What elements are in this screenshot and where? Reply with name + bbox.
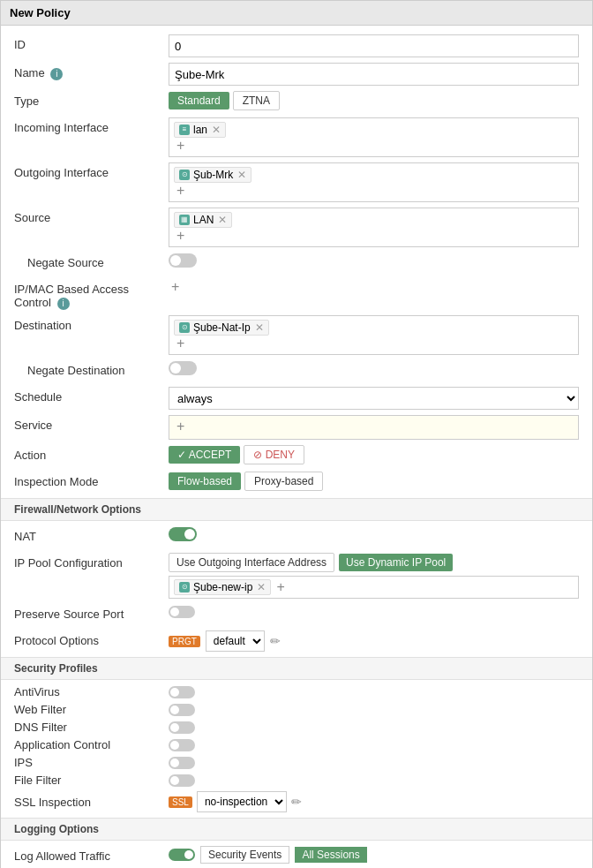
incoming-tag: ≡ lan ✕	[174, 122, 226, 138]
id-label: ID	[14, 34, 169, 51]
outgoing-add-btn[interactable]: +	[174, 183, 187, 199]
type-standard-btn[interactable]: Standard	[169, 92, 229, 109]
ssl-label: SSL Inspection	[14, 796, 169, 809]
type-ztna-btn[interactable]: ZTNA	[233, 91, 280, 110]
incoming-label: Incoming Interface	[14, 117, 169, 134]
outgoing-net-icon: ⊙	[179, 170, 190, 180]
pool-tag: ⊙ Şube-new-ip ✕	[174, 579, 271, 595]
outgoing-tag: ⊙ Şub-Mrk ✕	[174, 167, 251, 183]
ipmac-info-icon[interactable]: i	[57, 298, 70, 310]
appcontrol-row: Application Control	[14, 738, 579, 751]
incoming-net-icon: ≡	[179, 125, 190, 135]
pool-remove-icon[interactable]: ✕	[257, 581, 266, 593]
security-section-header: Security Profiles	[1, 657, 592, 680]
id-input[interactable]	[169, 34, 579, 57]
destination-tag-container: ⊙ Şube-Nat-Ip ✕ +	[169, 315, 579, 355]
destination-tag: ⊙ Şube-Nat-Ip ✕	[174, 320, 269, 336]
incoming-add-btn[interactable]: +	[174, 138, 187, 154]
destination-add-btn[interactable]: +	[174, 336, 187, 351]
preserve-port-label: Preserve Source Port	[14, 604, 169, 621]
destination-label: Destination	[14, 315, 169, 332]
ips-row: IPS	[14, 756, 579, 769]
protocol-edit-icon[interactable]: ✏	[270, 634, 281, 648]
pool-add-btn[interactable]: +	[274, 579, 287, 595]
nat-label: NAT	[14, 526, 169, 543]
source-add-btn[interactable]: +	[174, 228, 187, 244]
action-label: Action	[14, 445, 169, 462]
protocol-select[interactable]: default	[206, 630, 265, 652]
source-remove-icon[interactable]: ✕	[218, 214, 227, 226]
appcontrol-toggle[interactable]	[169, 739, 195, 751]
filefilter-row: File Filter	[14, 774, 579, 787]
protocol-badge: PRGT	[169, 636, 200, 647]
type-btn-group: Standard ZTNA	[169, 91, 579, 110]
outgoing-tag-container: ⊙ Şub-Mrk ✕ +	[169, 162, 579, 202]
inspection-proxy-btn[interactable]: Proxy-based	[244, 472, 323, 491]
dnsfilter-label: DNS Filter	[14, 721, 169, 734]
fw-section-header: Firewall/Network Options	[1, 498, 592, 521]
incoming-tag-container: ≡ lan ✕ +	[169, 117, 579, 157]
schedule-select[interactable]: always	[169, 387, 579, 410]
log-all-sessions-btn[interactable]: All Sessions	[295, 847, 366, 863]
ipmac-label: IP/MAC Based Access Control i	[14, 279, 169, 310]
service-field[interactable]: +	[169, 415, 579, 440]
ip-pool-label: IP Pool Configuration	[14, 553, 169, 570]
action-deny-btn[interactable]: ⊘ DENY	[244, 445, 304, 464]
source-net-icon: ▦	[179, 215, 190, 225]
ipmac-add-btn[interactable]: +	[169, 279, 182, 295]
name-label: Name i	[14, 63, 169, 80]
logging-section-header: Logging Options	[1, 818, 592, 841]
dest-net-icon: ⊙	[179, 322, 190, 333]
webfilter-label: Web Filter	[14, 703, 169, 716]
source-tag-container: ▦ LAN ✕ +	[169, 208, 579, 247]
ssl-select[interactable]: no-inspection	[197, 791, 287, 812]
inspection-flow-btn[interactable]: Flow-based	[169, 472, 241, 490]
action-accept-btn[interactable]: ✓ ACCEPT	[169, 446, 240, 464]
log-allowed-toggle[interactable]	[169, 849, 195, 861]
filefilter-label: File Filter	[14, 774, 169, 787]
incoming-remove-icon[interactable]: ✕	[212, 124, 221, 136]
pool-tag-container: ⊙ Şube-new-ip ✕ +	[169, 576, 579, 599]
ip-pool-row: Use Outgoing Interface Address Use Dynam…	[169, 553, 579, 572]
name-input[interactable]	[169, 63, 579, 86]
nat-toggle[interactable]	[169, 527, 197, 541]
ssl-badge: SSL	[169, 796, 192, 808]
ssl-edit-icon[interactable]: ✏	[291, 795, 302, 809]
dnsfilter-toggle[interactable]	[169, 721, 195, 734]
webfilter-row: Web Filter	[14, 703, 579, 716]
source-tag: ▦ LAN ✕	[174, 212, 232, 228]
ips-toggle[interactable]	[169, 757, 195, 769]
service-add-btn[interactable]: +	[174, 419, 187, 434]
pool-net-icon: ⊙	[179, 582, 190, 593]
preserve-port-toggle[interactable]	[169, 606, 195, 618]
negate-dest-toggle[interactable]	[169, 361, 197, 375]
log-security-events-btn[interactable]: Security Events	[200, 846, 289, 864]
ssl-row: SSL Inspection SSL no-inspection ✏	[14, 791, 579, 812]
schedule-label: Schedule	[14, 387, 169, 404]
service-label: Service	[14, 415, 169, 432]
new-policy-window: New Policy ID Name i Type Standard	[0, 0, 593, 868]
name-info-icon[interactable]: i	[50, 68, 63, 80]
protocol-row: PRGT default ✏	[169, 630, 579, 652]
outgoing-remove-icon[interactable]: ✕	[237, 169, 246, 181]
appcontrol-label: Application Control	[14, 738, 169, 751]
log-row: Security Events All Sessions	[169, 846, 579, 864]
inspection-label: Inspection Mode	[14, 472, 169, 488]
dnsfilter-row: DNS Filter	[14, 721, 579, 734]
check-icon: ✓	[177, 449, 186, 461]
no-icon: ⊘	[253, 449, 262, 461]
antivirus-row: AntiVirus	[14, 685, 579, 698]
antivirus-label: AntiVirus	[14, 685, 169, 698]
action-btn-group: ✓ ACCEPT ⊘ DENY	[169, 445, 579, 464]
ip-pool-outgoing-btn[interactable]: Use Outgoing Interface Address	[169, 553, 334, 572]
negate-source-label: Negate Source	[14, 253, 169, 269]
ips-label: IPS	[14, 756, 169, 769]
source-label: Source	[14, 208, 169, 224]
webfilter-toggle[interactable]	[169, 704, 195, 716]
ip-pool-dynamic-btn[interactable]: Use Dynamic IP Pool	[339, 554, 453, 571]
negate-source-toggle[interactable]	[169, 253, 197, 268]
outgoing-label: Outgoing Interface	[14, 162, 169, 179]
filefilter-toggle[interactable]	[169, 774, 195, 787]
dest-remove-icon[interactable]: ✕	[255, 321, 264, 334]
antivirus-toggle[interactable]	[169, 686, 195, 698]
